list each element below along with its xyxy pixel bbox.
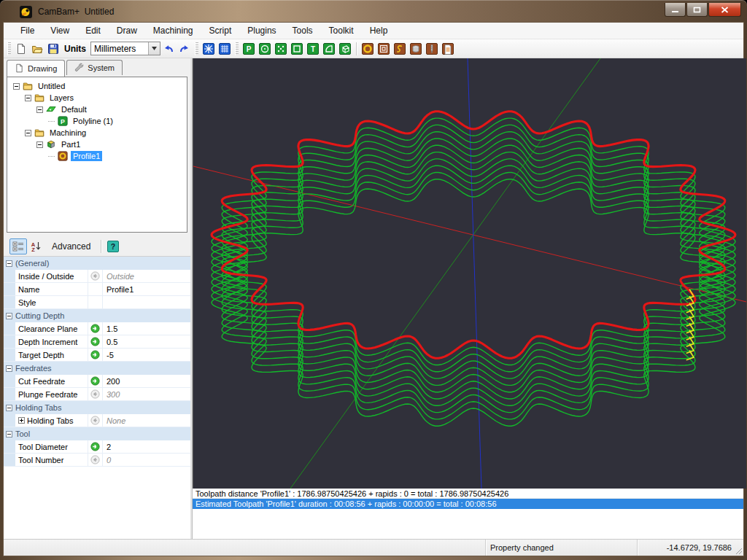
tree-expander[interactable] — [13, 83, 20, 90]
toolbar-grip[interactable] — [195, 42, 198, 55]
toolpath-pass — [212, 166, 735, 412]
menu-item-machining[interactable]: Machining — [145, 23, 201, 38]
maximize-button[interactable] — [686, 3, 708, 17]
help-button[interactable]: ? — [104, 238, 122, 254]
propgrid-row-plunge-feedrate[interactable]: Plunge Feedrate300 — [4, 388, 190, 401]
propgrid-row-target-depth[interactable]: Target Depth-5 — [4, 349, 190, 362]
tree-expander[interactable] — [25, 130, 31, 136]
z-axis-line — [468, 58, 481, 489]
units-combobox[interactable]: Millimeters — [90, 42, 160, 55]
toolbar-grip[interactable] — [7, 42, 11, 55]
menu-item-help[interactable]: Help — [362, 23, 396, 38]
polyline-button[interactable]: P — [241, 41, 257, 57]
tree-item-part1[interactable]: Part1 — [7, 139, 187, 150]
propgrid-row-cut-feedrate[interactable]: Cut Feedrate200 — [4, 375, 190, 388]
drawing-tab-icon — [15, 63, 24, 74]
tree-item-polyline-1-[interactable]: PPolyline (1) — [7, 115, 187, 127]
tree-item-untitled[interactable]: Untitled — [7, 80, 187, 92]
circle-button[interactable] — [257, 41, 273, 57]
arc-button[interactable] — [321, 41, 337, 57]
property-value[interactable]: -5 — [103, 349, 190, 361]
gcode-button[interactable] — [440, 41, 456, 57]
pocket-mop-button[interactable] — [376, 41, 392, 57]
property-value[interactable]: 200 — [103, 375, 190, 387]
menu-item-file[interactable]: File — [12, 23, 42, 38]
propgrid-row-name[interactable]: NameProfile1 — [4, 283, 190, 296]
property-value[interactable]: 0 — [103, 454, 190, 466]
viewport-3d[interactable] — [193, 58, 743, 489]
categorized-button[interactable] — [9, 238, 27, 254]
rectangle-button[interactable] — [289, 41, 305, 57]
tab-drawing[interactable]: Drawing — [7, 60, 65, 77]
property-value[interactable]: 2 — [103, 440, 190, 453]
advanced-button[interactable]: Advanced — [44, 241, 98, 252]
lathe-mop-button[interactable] — [424, 41, 440, 57]
minimize-button[interactable] — [665, 3, 686, 17]
text-button[interactable]: T — [305, 41, 321, 57]
menu-item-plugins[interactable]: Plugins — [239, 23, 284, 38]
save-button[interactable] — [45, 41, 61, 57]
tree-item-profile1[interactable]: Profile1 — [7, 150, 187, 162]
drawing-tree[interactable]: UntitledLayersDefaultPPolyline (1)Machin… — [7, 77, 187, 233]
new-file-button[interactable] — [13, 41, 29, 57]
menu-item-view[interactable]: View — [42, 23, 77, 38]
property-value[interactable]: Outside — [103, 270, 190, 282]
propgrid-category-holding-tabs[interactable]: Holding Tabs — [4, 401, 190, 414]
folder-icon — [23, 81, 34, 91]
points-button[interactable] — [273, 41, 289, 57]
propgrid-row-style[interactable]: Style — [4, 296, 190, 309]
engrave-mop-button[interactable] — [392, 41, 408, 57]
propgrid-row-tool-diameter[interactable]: Tool Diameter2 — [4, 440, 190, 454]
toolbar-grip[interactable] — [235, 42, 239, 55]
menu-item-toolkit[interactable]: Toolkit — [321, 23, 362, 38]
property-value[interactable]: 0.5 — [103, 335, 190, 348]
category-gutter — [4, 454, 15, 466]
collapse-icon[interactable] — [6, 313, 12, 319]
tree-expander[interactable] — [36, 141, 43, 148]
property-value[interactable]: Profile1 — [103, 283, 190, 295]
propgrid-category-feedrates[interactable]: Feedrates — [4, 362, 190, 375]
combo-arrow-icon[interactable] — [148, 42, 160, 55]
menu-item-script[interactable]: Script — [201, 23, 240, 38]
tree-item-layers[interactable]: Layers — [7, 92, 187, 104]
propgrid-category-cutting-depth[interactable]: Cutting Depth — [4, 309, 190, 322]
collapse-icon[interactable] — [6, 260, 12, 267]
propgrid-row-inside-outside[interactable]: Inside / OutsideOutside — [4, 270, 190, 283]
collapse-icon[interactable] — [6, 405, 12, 411]
redo-button[interactable] — [177, 41, 193, 57]
property-value[interactable]: None — [103, 414, 190, 427]
menu-item-draw[interactable]: Draw — [109, 23, 145, 38]
toolpath-canvas — [193, 58, 746, 489]
tree-expander[interactable] — [36, 106, 43, 113]
propgrid-row-tool-number[interactable]: Tool Number0 — [4, 454, 190, 467]
close-button[interactable] — [708, 3, 741, 17]
profile-mop-button[interactable] — [360, 41, 376, 57]
menu-item-edit[interactable]: Edit — [77, 23, 109, 38]
undo-button[interactable] — [160, 41, 177, 57]
sort-alphabetical-button[interactable]: AZ — [27, 238, 44, 254]
axes-toggle-button[interactable] — [201, 41, 217, 57]
propgrid-category--general-[interactable]: (General) — [4, 257, 190, 270]
propgrid-category-tool[interactable]: Tool — [4, 427, 190, 440]
property-value[interactable]: 1.5 — [103, 322, 190, 335]
propgrid-row-clearance-plane[interactable]: Clearance Plane1.5 — [4, 322, 190, 335]
grid-toggle-button[interactable] — [217, 41, 233, 57]
tree-expander[interactable] — [25, 95, 31, 101]
tab-system[interactable]: System — [66, 60, 123, 75]
left-panel: DrawingSystem UntitledLayersDefaultPPoly… — [4, 58, 190, 539]
expand-icon[interactable] — [18, 417, 25, 424]
toolpath-pass — [212, 145, 735, 392]
open-file-button[interactable] — [29, 41, 45, 57]
collapse-icon[interactable] — [6, 365, 12, 372]
propgrid-row-depth-increment[interactable]: Depth Increment0.5 — [4, 335, 190, 349]
surface-button[interactable] — [337, 41, 353, 57]
property-value[interactable]: 300 — [103, 388, 190, 400]
propgrid-row-holding-tabs[interactable]: Holding TabsNone — [4, 414, 190, 427]
tree-item-default[interactable]: Default — [7, 104, 187, 115]
collapse-icon[interactable] — [6, 431, 12, 438]
tree-item-machining[interactable]: Machining — [7, 127, 187, 139]
property-label: Plunge Feedrate — [15, 388, 88, 400]
property-value[interactable] — [103, 296, 190, 308]
menu-item-tools[interactable]: Tools — [285, 23, 321, 38]
drill-mop-button[interactable] — [408, 41, 424, 57]
